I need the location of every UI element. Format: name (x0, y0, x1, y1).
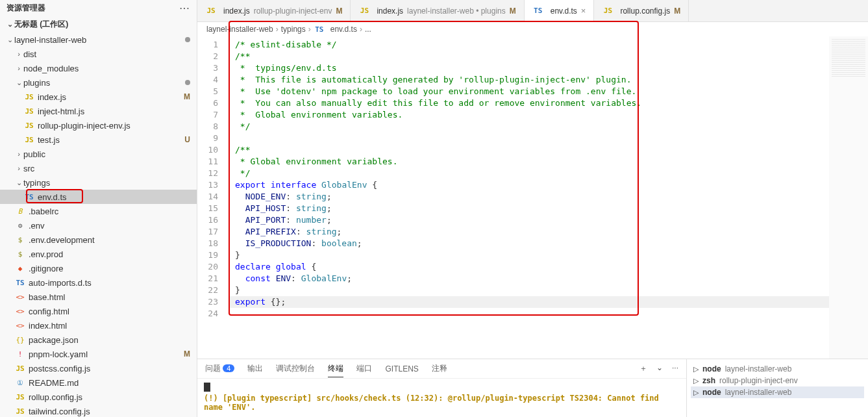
more-icon[interactable]: ··· (180, 4, 190, 13)
line-number: 4 (197, 74, 229, 86)
terminal-list-item[interactable]: ▷ zsh rollup-plugin-inject-env (691, 375, 864, 386)
panel-tab[interactable]: 调试控制台 (276, 363, 315, 374)
tree-item-label: src (23, 164, 197, 173)
md-icon: ① (14, 379, 26, 387)
tree-item[interactable]: JStest.jsU (0, 133, 197, 147)
code-line: /* eslint-disable */ (229, 39, 829, 51)
code-line: export {}; (229, 296, 829, 308)
panel-tab[interactable]: 注释 (432, 363, 447, 374)
tree-item[interactable]: ⚙.env (0, 218, 197, 233)
line-number: 20 (197, 261, 229, 273)
line-gutter: 123456789101112131415161718192021222324 (197, 36, 229, 359)
terminal-warning-line: (!) [plugin typescript] src/hooks/check.… (204, 394, 680, 412)
modified-badge: M (674, 6, 680, 16)
editor-tab[interactable]: JSindex.jsrollup-plugin-inject-envM (197, 0, 351, 21)
tree-item[interactable]: <>index.html (0, 318, 197, 333)
tree-item[interactable]: $.env.development (0, 233, 197, 247)
code-line: NODE_ENV: string; (229, 191, 829, 203)
tree-item[interactable]: ›node_modules (0, 61, 197, 75)
breadcrumb-item[interactable]: env.d.ts (330, 25, 357, 34)
tree-item[interactable]: $.env.prod (0, 247, 197, 261)
tree-item[interactable]: TSenv.d.ts (0, 190, 197, 204)
code-line: API_HOST: string; (229, 203, 829, 214)
tree-item-label: typings (23, 178, 197, 188)
chevron-icon: ⌄ (14, 179, 23, 187)
line-number: 19 (197, 249, 229, 261)
editor-tab[interactable]: JSindex.jslaynel-installer-web • plugins… (351, 0, 524, 21)
tree-item[interactable]: JSinject-html.js (0, 104, 197, 118)
terminal-cursor (204, 383, 210, 392)
breadcrumb[interactable]: laynel-installer-web›typings›TSenv.d.ts›… (197, 22, 868, 36)
tree-item[interactable]: JSpostcss.config.js (0, 361, 197, 375)
line-number: 22 (197, 284, 229, 296)
tree-item[interactable]: ›dist (0, 47, 197, 61)
minimap-thumb (832, 39, 865, 78)
tree-item[interactable]: {}package.json (0, 333, 197, 347)
code-line: * This file is automatically generated b… (229, 74, 829, 86)
tab-suffix: rollup-plugin-inject-env (254, 6, 332, 16)
panel-tab[interactable]: 问题 4 (205, 363, 234, 374)
line-number: 10 (197, 144, 229, 156)
tab-label: rollup.config.js (620, 6, 670, 16)
modified-badge: M (184, 92, 190, 101)
terminal-list-item[interactable]: ▷ node laynel-installer-web (691, 386, 864, 398)
html-icon: <> (14, 307, 26, 316)
tree-item[interactable]: ①README.md (0, 375, 197, 390)
tree-item-label: auto-imports.d.ts (29, 278, 197, 288)
line-number: 14 (197, 191, 229, 203)
add-terminal-icon[interactable]: ＋ (639, 363, 647, 374)
tree-item[interactable]: !pnpm-lock.yamlM (0, 347, 197, 361)
panel-tab[interactable]: 端口 (356, 363, 372, 374)
tree-item-label: node_modules (23, 64, 197, 73)
terminal-name: node (702, 388, 721, 397)
line-number: 8 (197, 121, 229, 133)
minimap[interactable] (829, 36, 868, 359)
editor-body: 123456789101112131415161718192021222324 … (197, 36, 868, 359)
terminal-output[interactable]: (!) [plugin typescript] src/hooks/check.… (197, 379, 686, 417)
tree-item-label: config.html (29, 307, 197, 316)
editor-tab[interactable]: JSrollup.config.jsM (594, 0, 689, 21)
panel-tab[interactable]: 终端 (328, 363, 343, 377)
tree-item[interactable]: <>base.html (0, 290, 197, 304)
tree-item[interactable]: JStailwind.config.js (0, 404, 197, 417)
close-icon[interactable]: × (581, 6, 586, 16)
tree-item[interactable]: TSauto-imports.d.ts (0, 275, 197, 290)
tree-item[interactable]: ›src (0, 161, 197, 175)
js-icon: JS (358, 6, 370, 15)
tree-item[interactable]: JSindex.jsM (0, 90, 197, 104)
tree-item[interactable]: <>config.html (0, 304, 197, 318)
code-content[interactable]: /* eslint-disable *//** * typings/env.d.… (229, 36, 829, 359)
yaml-icon: ! (14, 350, 26, 359)
tree-item[interactable]: ⌄plugins (0, 75, 197, 90)
terminal-name: node (702, 364, 721, 373)
tree-item[interactable]: ›public (0, 147, 197, 161)
tree-item-label: package.json (29, 335, 197, 345)
code-line: * Global environment variables. (229, 109, 829, 121)
terminal-icon: ▷ (693, 377, 699, 385)
chevron-down-icon[interactable]: ⌄ (656, 363, 663, 374)
panel-tab[interactable]: 输出 (247, 363, 263, 374)
line-number: 12 (197, 168, 229, 179)
tree-item-label: env.d.ts (38, 192, 197, 202)
workspace-header[interactable]: ⌄ 无标题 (工作区) (0, 16, 197, 32)
more-icon[interactable]: ··· (672, 363, 678, 374)
ts-icon: TS (23, 193, 35, 201)
breadcrumb-sep: › (308, 25, 311, 34)
tree-item[interactable]: ◆.gitignore (0, 261, 197, 275)
breadcrumb-item[interactable]: typings (281, 25, 306, 34)
terminal-list-item[interactable]: ▷ node laynel-installer-web (691, 363, 864, 375)
tree-item[interactable]: ⌄typings (0, 175, 197, 190)
tree-item[interactable]: JSrollup-plugin-inject-env.js (0, 118, 197, 133)
terminal-icon: ▷ (693, 388, 699, 397)
tree-item[interactable]: ⌄laynel-installer-web (0, 32, 197, 47)
breadcrumb-item[interactable]: laynel-installer-web (206, 25, 273, 34)
breadcrumb-item[interactable]: ... (365, 25, 371, 34)
editor-tab[interactable]: TSenv.d.ts× (525, 0, 595, 21)
tree-item[interactable]: JSrollup.config.js (0, 390, 197, 404)
dollar-icon: $ (14, 250, 26, 259)
line-number: 2 (197, 51, 229, 62)
breadcrumb-sep: › (360, 25, 362, 34)
tree-item[interactable]: B.babelrc (0, 204, 197, 218)
chevron-icon: › (14, 164, 23, 172)
panel-tab[interactable]: GITLENS (385, 364, 418, 373)
